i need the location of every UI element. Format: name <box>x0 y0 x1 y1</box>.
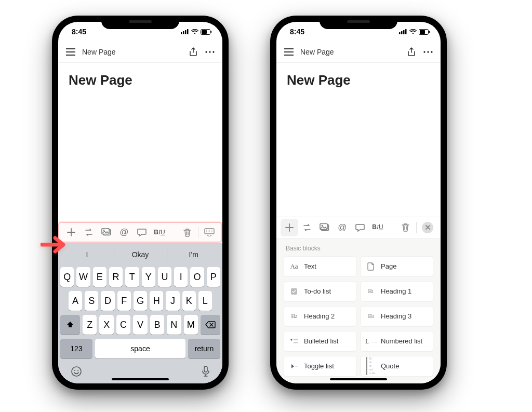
block-option-quote[interactable]: To beor notto beQuote <box>361 356 433 377</box>
suggestion-item[interactable]: I <box>60 246 114 263</box>
nav-title: New Page <box>300 48 400 56</box>
numbers-key[interactable]: 123 <box>60 339 92 358</box>
key-d[interactable]: D <box>101 291 114 311</box>
backspace-key[interactable] <box>201 315 220 335</box>
comment-icon[interactable] <box>133 223 151 241</box>
return-key[interactable]: return <box>188 339 220 358</box>
mention-icon[interactable]: @ <box>334 219 351 236</box>
key-j[interactable]: J <box>166 291 179 311</box>
block-label: Quote <box>381 362 399 370</box>
svg-rect-17 <box>204 366 207 372</box>
svg-point-8 <box>209 51 210 52</box>
block-option-numbered-list[interactable]: 1. —Numbered list <box>361 331 433 352</box>
block-option-bulleted-list[interactable]: Bulleted list <box>284 331 356 352</box>
add-block-button[interactable] <box>62 223 80 241</box>
blocks-header: Basic blocks <box>286 245 431 252</box>
key-e[interactable]: E <box>93 267 107 287</box>
image-icon[interactable] <box>98 223 115 241</box>
block-option-toggle-list[interactable]: Toggle list <box>284 356 356 377</box>
turn-into-icon[interactable] <box>80 223 98 241</box>
more-icon[interactable] <box>205 47 215 57</box>
nav-title: New Page <box>82 48 182 56</box>
key-s[interactable]: S <box>85 291 98 311</box>
key-w[interactable]: W <box>76 267 90 287</box>
block-label: Heading 1 <box>381 287 411 295</box>
home-indicator[interactable] <box>330 378 387 380</box>
key-p[interactable]: P <box>207 267 220 287</box>
svg-point-9 <box>212 51 214 52</box>
suggestion-item[interactable]: I'm <box>167 246 220 263</box>
turn-into-icon[interactable] <box>298 219 316 236</box>
key-a[interactable]: A <box>69 291 82 311</box>
status-time: 8:45 <box>72 28 86 36</box>
mention-icon[interactable]: @ <box>115 223 133 241</box>
keyboard-suggestions: I Okay I'm <box>60 246 220 263</box>
key-i[interactable]: I <box>174 267 188 287</box>
delete-icon[interactable] <box>178 223 196 241</box>
block-label: Bulleted list <box>304 337 338 345</box>
key-t[interactable]: T <box>125 267 139 287</box>
menu-icon[interactable] <box>284 47 294 57</box>
key-z[interactable]: Z <box>83 315 97 335</box>
key-k[interactable]: K <box>182 291 196 311</box>
dictation-key[interactable] <box>202 366 210 377</box>
delete-icon[interactable] <box>396 219 414 236</box>
text-style-icon[interactable]: BIU <box>369 219 387 236</box>
key-l[interactable]: L <box>198 291 212 311</box>
emoji-key[interactable] <box>71 366 82 377</box>
status-indicators <box>181 29 212 35</box>
image-icon[interactable] <box>316 219 334 236</box>
wifi-icon <box>191 29 198 34</box>
space-key[interactable]: space <box>95 339 185 358</box>
page-title[interactable]: New Page <box>69 72 212 88</box>
key-x[interactable]: X <box>99 315 113 335</box>
key-v[interactable]: V <box>133 315 147 335</box>
page-content[interactable]: New Page <box>276 63 441 217</box>
block-label: Heading 2 <box>304 312 335 320</box>
comment-icon[interactable] <box>351 219 369 236</box>
phone-left: 8:45 New Page New <box>52 16 229 390</box>
svg-point-30 <box>322 224 323 226</box>
wifi-icon <box>409 29 417 34</box>
menu-icon[interactable] <box>65 47 76 57</box>
bullet-icon <box>289 337 299 346</box>
key-b[interactable]: B <box>150 315 164 335</box>
key-q[interactable]: Q <box>60 267 74 287</box>
shift-key[interactable] <box>60 315 80 335</box>
key-f[interactable]: F <box>117 291 131 311</box>
block-option-text[interactable]: AaText <box>284 256 356 277</box>
home-indicator[interactable] <box>112 378 169 380</box>
share-icon[interactable] <box>406 47 417 57</box>
key-y[interactable]: Y <box>142 267 155 287</box>
toolbar-separator <box>416 222 417 233</box>
svg-point-25 <box>423 51 425 52</box>
block-label: Page <box>381 262 396 270</box>
battery-icon <box>419 29 430 35</box>
more-icon[interactable] <box>423 47 433 57</box>
keyboard[interactable]: I Okay I'm QWERTYUIOP ASDFGHJKL ZXCVBNM <box>58 243 222 383</box>
page-title[interactable]: New Page <box>287 72 430 88</box>
block-option-page[interactable]: Page <box>361 256 433 277</box>
key-c[interactable]: C <box>116 315 130 335</box>
add-block-button[interactable] <box>281 219 298 236</box>
block-option-heading-2[interactable]: H2Heading 2 <box>284 306 356 327</box>
phone-right: 8:45 New Page New <box>270 16 447 390</box>
key-r[interactable]: R <box>109 267 123 287</box>
key-o[interactable]: O <box>190 267 204 287</box>
block-option-heading-1[interactable]: H1Heading 1 <box>361 281 433 302</box>
cellular-icon <box>181 29 189 34</box>
svg-point-27 <box>431 51 432 52</box>
suggestion-item[interactable]: Okay <box>114 246 167 263</box>
close-panel-button[interactable] <box>419 219 436 236</box>
block-option-to-do-list[interactable]: To-do list <box>284 281 356 302</box>
key-u[interactable]: U <box>158 267 171 287</box>
share-icon[interactable] <box>188 47 198 57</box>
dismiss-keyboard-icon[interactable] <box>201 223 218 241</box>
key-g[interactable]: G <box>134 291 147 311</box>
key-m[interactable]: M <box>184 315 198 335</box>
block-option-heading-3[interactable]: H3Heading 3 <box>361 306 433 327</box>
key-h[interactable]: H <box>150 291 163 311</box>
text-style-icon[interactable]: BIU <box>151 223 168 241</box>
key-n[interactable]: N <box>167 315 181 335</box>
page-content[interactable]: New Page <box>58 63 222 221</box>
